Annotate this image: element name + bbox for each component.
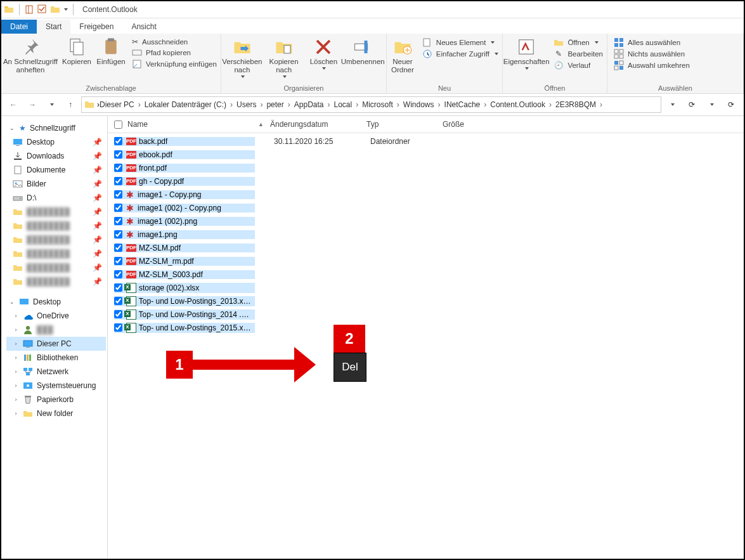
breadcrumb-segment[interactable]: peter› [266,100,294,109]
sidebar-item[interactable]: ›Systemsteuerung [6,379,106,393]
sidebar-item[interactable]: Desktop📌 [6,135,106,149]
nav-forward-button[interactable]: → [24,96,41,113]
select-none-button[interactable]: Nichts auswählen [614,49,690,59]
breadcrumb-dropdown-button[interactable] [664,96,680,113]
row-checkbox[interactable] [114,164,122,172]
sidebar-item[interactable]: ████████📌 [6,233,106,247]
cut-button[interactable]: ✂Ausschneiden [132,37,217,46]
invert-selection-button[interactable]: Auswahl umkehren [614,60,690,70]
qat-checkbox-icon[interactable] [37,4,48,15]
refresh-button[interactable]: ⟳ [683,97,701,112]
file-row[interactable]: PDFMZ-SLM_rm.pdf [108,254,744,268]
nav-recent-button[interactable] [43,96,60,113]
tab-ansicht[interactable]: Ansicht [122,20,165,34]
row-checkbox[interactable] [114,297,122,305]
sidebar-item[interactable]: ⌄Desktop [6,295,106,309]
row-checkbox[interactable] [114,283,122,292]
rename-button[interactable]: Umbenennen [339,36,386,66]
sidebar-item[interactable]: ⌄★Schnellzugriff [6,121,106,135]
file-row[interactable]: Top- und Low-Postings_2015.xlsx [108,321,744,334]
sidebar-item[interactable]: Bilder📌 [6,177,106,191]
new-folder-button[interactable]: Neuer Ordner [387,36,418,74]
row-checkbox[interactable] [114,244,122,252]
qat-properties-icon[interactable] [25,4,35,15]
row-checkbox[interactable] [114,137,122,145]
sidebar-item[interactable]: ████████📌 [6,205,106,219]
easy-access-button[interactable]: Einfacher Zugriff [422,49,498,59]
history-button[interactable]: 🕘Verlauf [554,60,603,70]
sidebar-item[interactable]: ›Netzwerk [6,365,106,379]
file-row[interactable]: ✱image1 - Copy.png [108,188,744,201]
sidebar-item[interactable]: ›Papierkorb [6,393,106,407]
breadcrumb-segment[interactable]: Windows› [403,100,444,109]
qat-more-icon[interactable] [64,8,68,11]
row-checkbox[interactable] [114,310,122,318]
sidebar-item[interactable]: ›OneDrive [6,309,106,323]
sidebar-item[interactable]: ›███ [6,323,106,337]
breadcrumb-segment[interactable]: Local› [334,100,362,109]
pin-quickaccess-button[interactable]: An Schnellzugriff anheften [1,36,60,74]
file-row[interactable]: ✱image1 (002).png [108,214,744,228]
file-row[interactable]: ✱image1 (002) - Copy.png [108,201,744,214]
file-row[interactable]: PDFebook.pdf [108,148,744,161]
row-checkbox[interactable] [114,270,122,278]
address-dropdown[interactable] [703,96,720,113]
column-headers[interactable]: Name▲ Änderungsdatum Typ Größe [108,116,744,133]
nav-back-button[interactable]: ← [5,96,22,113]
breadcrumb-segment[interactable]: 2E3R8BQM› [555,100,606,109]
new-item-button[interactable]: Neues Element [422,37,498,48]
row-checkbox[interactable] [114,190,122,199]
row-checkbox[interactable] [114,150,122,159]
file-row[interactable]: storage (002).xlsx [108,281,744,294]
col-name[interactable]: Name [127,120,148,129]
file-row[interactable]: PDFback.pdf30.11.2020 16:25Dateiordner [108,134,744,148]
sidebar-item[interactable]: ›Bibliotheken [6,351,106,365]
tab-freigeben[interactable]: Freigeben [70,20,122,34]
copy-button[interactable]: Kopieren [60,36,94,66]
sidebar-item[interactable]: ›New folder [6,407,106,420]
copy-path-button[interactable]: Pfad kopieren [132,48,217,58]
sidebar-item[interactable]: Downloads📌 [6,149,106,163]
file-row[interactable]: PDFMZ-SLM_S003.pdf [108,268,744,281]
select-all-button[interactable]: Alles auswählen [614,37,690,48]
tab-start[interactable]: Start [37,20,70,34]
paste-shortcut-button[interactable]: Verknüpfung einfügen [132,59,217,69]
refresh-button-2[interactable]: ⟳ [722,97,740,112]
row-checkbox[interactable] [114,257,122,265]
nav-up-button[interactable]: ↑ [62,96,79,113]
col-size[interactable]: Größe [443,120,493,129]
row-checkbox[interactable] [114,177,122,185]
paste-button[interactable]: Einfügen [94,36,128,66]
sidebar-item[interactable]: D:\📌 [6,191,106,205]
open-button[interactable]: Öffnen [554,37,603,48]
col-type[interactable]: Typ [366,120,443,129]
row-checkbox[interactable] [114,204,122,212]
row-checkbox[interactable] [114,217,122,225]
tab-datei[interactable]: Datei [1,20,37,34]
sidebar-item[interactable]: ████████📌 [6,247,106,261]
row-checkbox[interactable] [114,323,122,332]
properties-button[interactable]: Eigenschaften [503,36,550,70]
breadcrumb-segment[interactable]: Lokaler Datenträger (C:)› [145,100,236,109]
move-to-button[interactable]: Verschieben nach [221,36,263,78]
breadcrumb-segment[interactable]: Microsoft› [362,100,403,109]
row-checkbox[interactable] [114,230,122,238]
file-row[interactable]: Top- und Low-Postings_2013.xlsx [108,294,744,308]
breadcrumb-segment[interactable]: INetCache› [444,100,491,109]
file-row[interactable]: PDFgh - Copy.pdf [108,174,744,188]
sidebar-item[interactable]: ████████📌 [6,219,106,233]
copy-to-button[interactable]: Kopieren nach [263,36,305,78]
file-row[interactable]: PDFMZ-SLM.pdf [108,241,744,254]
breadcrumb-segment[interactable]: Users› [236,100,266,109]
breadcrumb-segment[interactable]: Content.Outlook› [490,100,555,109]
qat-folder-icon[interactable] [50,4,60,15]
sidebar-item[interactable]: ›Dieser PC [6,337,106,351]
delete-button[interactable]: Löschen [308,36,340,70]
select-all-checkbox[interactable] [114,120,122,129]
edit-button[interactable]: ✎Bearbeiten [554,49,603,59]
breadcrumb-segment[interactable]: Dieser PC› [100,100,145,109]
file-row[interactable]: PDFfront.pdf [108,161,744,174]
file-row[interactable]: Top- und Low-Postings_2014 .xlsx [108,308,744,321]
sidebar-item[interactable]: ████████📌 [6,275,106,289]
sidebar-item[interactable]: ████████📌 [6,261,106,275]
